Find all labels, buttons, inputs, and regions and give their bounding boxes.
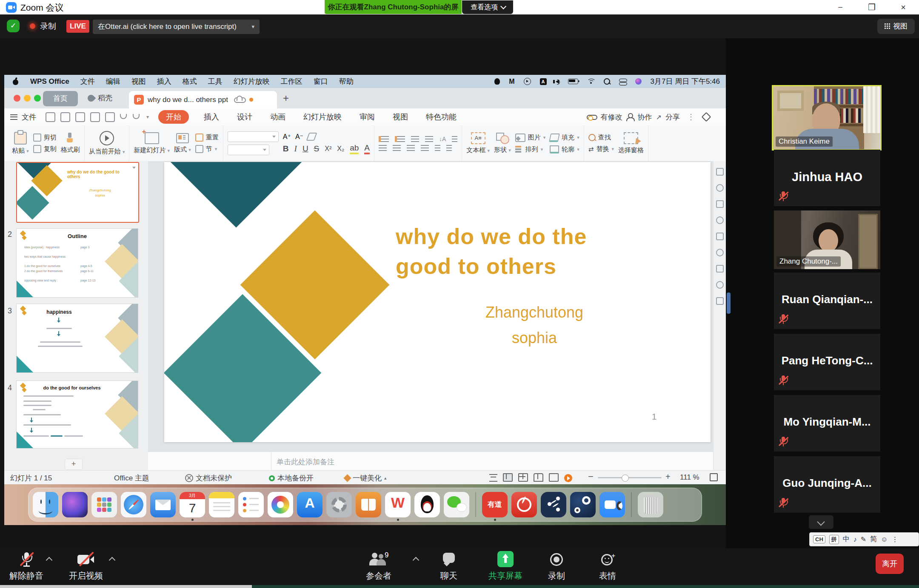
apple-logo-icon[interactable]: [12, 78, 19, 85]
tab-features[interactable]: 特色功能: [426, 112, 457, 122]
sidebar-tool-icon[interactable]: [716, 200, 724, 208]
add-slide-button[interactable]: +: [65, 459, 83, 470]
collaborate-label[interactable]: 协作: [638, 112, 652, 122]
current-slide[interactable]: why do we do the good to others Zhangchu…: [164, 162, 711, 442]
text-direction-icon[interactable]: ↓A: [439, 136, 446, 142]
sidebar-tool-icon[interactable]: [716, 168, 724, 176]
ime-simplified[interactable]: 简: [870, 535, 877, 544]
close-traffic-light[interactable]: [14, 95, 20, 102]
ime-pinyin[interactable]: 拼: [829, 535, 839, 544]
spotlight-icon[interactable]: [604, 78, 610, 85]
m-status-icon[interactable]: M: [509, 78, 514, 85]
subscript-button[interactable]: X₂: [337, 145, 344, 153]
zoom-dock-icon[interactable]: [599, 492, 625, 517]
italic-button[interactable]: I: [294, 144, 297, 153]
find-button[interactable]: 查找: [588, 134, 614, 142]
slide-thumbnail-4[interactable]: do the good for ourselves: [16, 381, 138, 449]
siri-dock-icon[interactable]: [62, 492, 88, 517]
backup-status[interactable]: 本地备份开: [269, 473, 314, 483]
trash-dock-icon[interactable]: [638, 492, 663, 517]
tab-home[interactable]: 首页: [43, 91, 78, 106]
view-options-button[interactable]: 查看选项: [462, 0, 513, 14]
zoom-traffic-light[interactable]: [34, 95, 41, 102]
security-shield-icon[interactable]: ✓: [7, 20, 20, 32]
participant-tile-jinhua[interactable]: Jinhua HAO: [774, 150, 880, 206]
close-button[interactable]: ×: [896, 1, 910, 14]
tab-insert[interactable]: 插入: [204, 112, 219, 122]
tab-slideshow[interactable]: 幻灯片放映: [303, 112, 342, 122]
input-method-icon[interactable]: A: [540, 78, 547, 85]
minimize-traffic-light[interactable]: [24, 95, 31, 102]
tab-document[interactable]: P why do we d... others ppt: [129, 91, 277, 108]
print-preview-icon[interactable]: [105, 112, 115, 122]
slide-thumbnail-3[interactable]: happiness: [16, 304, 138, 373]
normal-view-icon[interactable]: [503, 473, 513, 482]
reset-button[interactable]: 重置: [195, 134, 219, 142]
clear-format-icon[interactable]: [306, 133, 317, 141]
adjust-view-icon[interactable]: [489, 474, 497, 482]
decrease-font-button[interactable]: A⁻: [295, 133, 303, 141]
otter-transcript-bar[interactable]: 在Otter.ai (click here to open live trans…: [93, 20, 260, 34]
notes-view-icon[interactable]: [549, 473, 559, 482]
vertical-text-icon[interactable]: [452, 136, 457, 142]
section-button[interactable]: 节 ▾: [195, 145, 219, 153]
books-dock-icon[interactable]: [356, 492, 381, 517]
superscript-button[interactable]: X²: [325, 145, 331, 153]
volume-icon[interactable]: [556, 80, 559, 84]
youdao-dock-icon[interactable]: 有道: [482, 492, 508, 517]
participant-tile-zhang[interactable]: Zhang Chutong-...: [774, 210, 880, 269]
slideshow-play-icon[interactable]: [564, 474, 572, 482]
slide-sorter-icon[interactable]: [518, 473, 528, 482]
menu-format[interactable]: 格式: [183, 77, 197, 86]
menu-workspace[interactable]: 工作区: [281, 77, 303, 86]
font-size-select[interactable]: [228, 145, 269, 155]
appstore-dock-icon[interactable]: A: [297, 492, 323, 517]
outline-button[interactable]: 轮廓 ▾: [550, 145, 579, 153]
menubar-datetime[interactable]: 3月7日 周日 下午5:46: [651, 77, 720, 86]
play-from-current-button[interactable]: 从当前开始 ▾: [89, 131, 125, 156]
sidebar-tool-icon[interactable]: [716, 265, 724, 273]
undo-icon[interactable]: [120, 114, 128, 120]
zoom-percentage[interactable]: 111 %: [680, 473, 699, 482]
ime-pen-icon[interactable]: ✎: [861, 535, 866, 543]
export-pdf-icon[interactable]: [75, 112, 85, 122]
share-label[interactable]: 分享: [665, 112, 680, 122]
print-icon[interactable]: [90, 112, 100, 122]
tab-view[interactable]: 视图: [393, 112, 408, 122]
sidebar-tool-icon[interactable]: [716, 184, 724, 192]
tab-design[interactable]: 设计: [237, 112, 252, 122]
arrange-button[interactable]: 排列 ▾: [515, 145, 546, 153]
new-tab-button[interactable]: +: [283, 92, 289, 104]
control-center-icon[interactable]: [619, 79, 626, 84]
record-button[interactable]: 录制: [548, 552, 565, 582]
reactions-button[interactable]: + 表情: [599, 552, 616, 582]
reminders-dock-icon[interactable]: [238, 492, 264, 517]
scrollbar-thumb[interactable]: [727, 293, 731, 314]
minimize-button[interactable]: −: [833, 1, 848, 14]
strikethrough-button[interactable]: S: [314, 144, 320, 153]
replace-button[interactable]: ⇄替换 ▾: [588, 145, 614, 153]
sidebar-tool-icon[interactable]: [716, 281, 724, 289]
increase-font-button[interactable]: A⁺: [283, 133, 291, 141]
font-color-button[interactable]: A: [364, 143, 370, 154]
wps-dock-icon[interactable]: W: [385, 492, 411, 517]
file-menu[interactable]: 文件: [22, 112, 36, 122]
participant-tile-guo[interactable]: Guo Junqing-A...: [774, 456, 880, 513]
participant-tile-ruan[interactable]: Ruan Qianqian-...: [774, 273, 880, 329]
new-slide-button[interactable]: 新建幻灯片 ▾: [134, 132, 170, 154]
open-icon[interactable]: [46, 112, 55, 122]
start-video-button[interactable]: 开启视频: [69, 552, 103, 582]
unmute-button[interactable]: 解除静音: [9, 552, 43, 582]
zoom-out-button[interactable]: −: [588, 471, 594, 482]
photos-dock-icon[interactable]: [268, 492, 293, 517]
ime-bar[interactable]: CH 拼 中 ♪ ✎ 简 ☺ ⋮: [809, 532, 919, 546]
theme-label[interactable]: Office 主题: [114, 473, 149, 483]
sidebar-tool-icon[interactable]: [716, 249, 724, 256]
pin-icon[interactable]: [702, 112, 711, 122]
chevron-down-icon[interactable]: ▾: [146, 114, 149, 120]
share-app-dock-icon[interactable]: [541, 492, 566, 517]
battery-icon[interactable]: [568, 79, 578, 84]
fullscreen-button[interactable]: [710, 473, 718, 481]
align-left-icon[interactable]: [379, 145, 387, 151]
reading-view-icon[interactable]: [534, 473, 543, 482]
